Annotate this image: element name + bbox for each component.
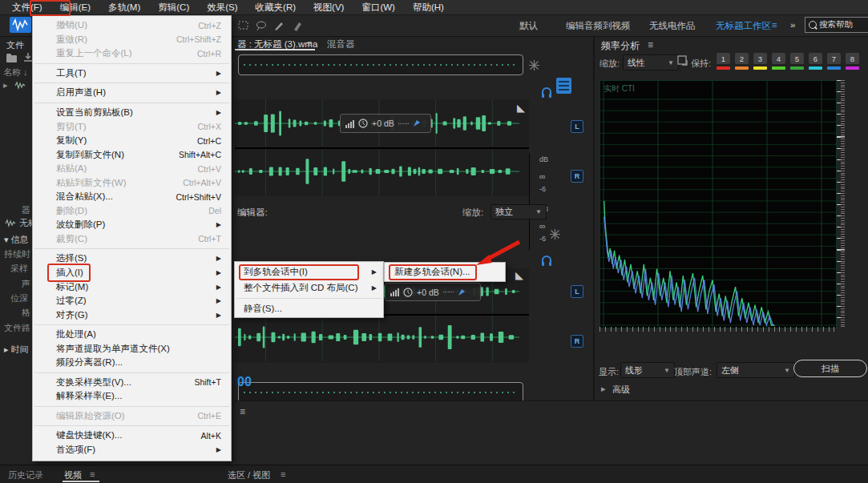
edit-menu-item-31[interactable]: 解释采样率(E)... — [33, 389, 231, 404]
edit-menu-item-15[interactable]: 混合粘贴(X)...Ctrl+Shift+V — [33, 190, 231, 204]
time-section-header[interactable]: ▸ 时间 — [4, 344, 29, 356]
corner-triangle-icon[interactable]: ◣ — [515, 270, 523, 280]
file-row-expander-icon[interactable]: ▸ — [3, 80, 8, 91]
hold-button-5[interactable]: 5 — [790, 53, 804, 64]
workspace-preset-edit-audio-to-video[interactable]: 编辑音频到视频 — [566, 20, 631, 32]
insert-submenu-item-2[interactable]: 整个文件插入到 CD 布局(C)▶ — [235, 280, 383, 296]
settings-star-icon[interactable] — [549, 228, 561, 240]
video-panel-tab[interactable]: 视频 — [64, 469, 82, 481]
volume-hud[interactable]: +0 dB — [340, 114, 431, 133]
advanced-expander-icon[interactable]: ▸ — [601, 384, 606, 394]
workspace-active-untitled[interactable]: 无标题工作区 — [716, 20, 771, 32]
workspace-preset-radio[interactable]: 无线电作品 — [649, 20, 696, 32]
selection-view-panel-tab[interactable]: 选区 / 视图 — [228, 469, 270, 481]
menubar-item-3[interactable]: 多轨(M) — [99, 0, 149, 14]
right-channel-badge[interactable]: R — [571, 170, 583, 183]
edit-menu-item-36[interactable]: 首选项(F)▶ — [33, 443, 231, 457]
waveform-view-button[interactable] — [10, 17, 31, 33]
edit-menu-item-12[interactable]: 复制到新文件(N)Shift+Alt+C — [33, 147, 231, 162]
marquee-selection-tool-icon[interactable] — [237, 19, 250, 32]
hud-gain-value[interactable]: +0 dB — [372, 119, 394, 128]
display-select[interactable]: 线形▼ — [620, 362, 675, 378]
zoom-mode-select[interactable]: 独立▼ — [491, 204, 547, 219]
menubar-item-6[interactable]: 收藏夹(R) — [247, 0, 305, 14]
zoom-navigator-strip[interactable] — [238, 54, 523, 75]
volume-hud-2[interactable]: +0 dB — [385, 283, 481, 301]
edit-menu-item-14[interactable]: 粘贴到新文件(W)Ctrl+Alt+V — [33, 175, 231, 190]
spot-healing-brush-tool-icon[interactable] — [290, 19, 303, 32]
freq-panel-menu-icon[interactable]: ≡ — [648, 39, 653, 50]
top-channel-select[interactable]: 左侧▼ — [717, 362, 795, 378]
video-panel-menu-icon[interactable]: ≡ — [90, 469, 95, 479]
copy-snapshot-icon[interactable] — [677, 55, 690, 68]
workspace-menu-icon[interactable]: ≡ — [772, 20, 777, 30]
edit-menu-item-1[interactable]: 撤销(U)Ctrl+Z — [33, 18, 231, 33]
edit-menu-item-7[interactable]: 启用声道(H)▶ — [33, 86, 231, 100]
selection-view-menu-icon[interactable]: ≡ — [281, 469, 285, 479]
corner-triangle-icon[interactable]: ◣ — [517, 103, 525, 113]
menubar-item-7[interactable]: 视图(V) — [305, 0, 353, 14]
edit-menu-item-28[interactable]: 频段分离器(R)... — [33, 356, 231, 370]
edit-menu-item-27[interactable]: 将声道提取为单声道文件(X) — [33, 341, 231, 356]
advanced-section-label[interactable]: 高级 — [612, 384, 630, 396]
hold-button-8[interactable]: 8 — [846, 53, 859, 64]
edit-menu-item-3[interactable]: 重复上一个命令(L)Ctrl+R — [33, 46, 231, 61]
files-name-column-header[interactable]: 名称 ↓ — [3, 66, 28, 78]
edit-menu-item-30[interactable]: 变换采样类型(V)...Shift+T — [33, 376, 231, 390]
edit-menu-item-2[interactable]: 重做(R)Ctrl+Shift+Z — [33, 33, 231, 47]
edit-menu-item-16[interactable]: 删除(D)Del — [33, 204, 231, 219]
edit-menu-item-17[interactable]: 波纹删除(P)▶ — [33, 218, 231, 232]
edit-menu-item-24[interactable]: 对齐(G)▶ — [33, 308, 231, 322]
menubar-item-5[interactable]: 效果(S) — [198, 0, 246, 14]
edit-menu-item-33[interactable]: 编辑原始资源(O)Ctrl+E — [33, 409, 231, 424]
scan-button[interactable]: 扫描 — [793, 360, 867, 377]
edit-menu-item-23[interactable]: 过零(Z)▶ — [33, 294, 231, 308]
panel-menu-icon[interactable]: ≡ — [240, 406, 245, 417]
hold-button-6[interactable]: 6 — [809, 53, 822, 64]
edit-menu-item-10[interactable]: 剪切(T)Ctrl+X — [33, 119, 231, 134]
hold-button-4[interactable]: 4 — [772, 53, 785, 64]
edit-menu-item-18[interactable]: 裁剪(C)Ctrl+T — [33, 232, 231, 247]
history-panel-tab[interactable]: 历史记录 — [8, 469, 43, 481]
files-panel-tab[interactable]: 文件 — [6, 39, 24, 51]
hud-gain-value[interactable]: +0 dB — [417, 288, 439, 297]
menubar-item-8[interactable]: 窗口(W) — [353, 0, 404, 14]
left-channel-badge[interactable]: L — [571, 285, 583, 298]
panel-tab-fragment[interactable]: 器 — [22, 204, 30, 216]
paintbrush-tool-icon[interactable] — [273, 19, 285, 32]
right-channel-badge[interactable]: R — [571, 335, 583, 348]
edit-menu-item-21[interactable]: 插入(I)▶ — [33, 266, 231, 280]
edit-menu-item-26[interactable]: 批处理(A) — [33, 328, 231, 342]
hold-button-7[interactable]: 7 — [827, 53, 841, 64]
insert-submenu-item-4[interactable]: 静音(S)... — [235, 301, 383, 317]
mixer-tab[interactable]: 混音器 — [327, 38, 355, 50]
menubar-item-9[interactable]: 帮助(H) — [404, 0, 453, 14]
open-folder-icon[interactable] — [6, 55, 17, 62]
edit-menu-item-9[interactable]: 设置当前剪贴板(B)▶ — [33, 106, 231, 120]
left-channel-badge[interactable]: L — [571, 120, 583, 133]
edit-menu-item-11[interactable]: 复制(Y)Ctrl+C — [33, 134, 231, 148]
headphone-monitor-icon[interactable] — [540, 254, 553, 267]
workspace-preset-default[interactable]: 默认 — [519, 20, 538, 32]
hold-button-2[interactable]: 2 — [735, 53, 749, 64]
lasso-selection-tool-icon[interactable] — [255, 19, 268, 32]
editor-layout-toggle-icon[interactable] — [556, 78, 571, 94]
search-help-box[interactable]: 搜索帮助 — [805, 17, 868, 33]
hud-slider-track[interactable] — [398, 123, 409, 124]
menubar-item-4[interactable]: 剪辑(C) — [149, 0, 198, 14]
hud-slider-track[interactable] — [443, 292, 454, 292]
settings-star-icon[interactable] — [528, 59, 540, 71]
edit-menu-item-22[interactable]: 标记(M)▶ — [33, 280, 231, 294]
scale-select[interactable]: 线性▼ — [623, 54, 679, 70]
edit-menu-item-35[interactable]: 键盘快捷键(K)...Alt+K — [33, 429, 231, 443]
insert-submenu-item-1[interactable]: 到多轨会话中(I)▶ — [235, 264, 383, 280]
frequency-chart[interactable] — [600, 80, 837, 328]
workspace-overflow-icon[interactable]: » — [790, 20, 795, 30]
edit-menu-item-13[interactable]: 粘贴(A)Ctrl+V — [33, 162, 231, 176]
editor-tab-menu-icon[interactable]: ≡ — [307, 38, 313, 48]
pin-hud-icon[interactable] — [458, 288, 466, 296]
info-section-header[interactable]: ▾ 信息 — [4, 234, 29, 246]
headphone-monitor-icon[interactable] — [540, 86, 553, 99]
edit-menu-item-5[interactable]: 工具(T)▶ — [33, 66, 231, 81]
hold-button-1[interactable]: 1 — [717, 53, 730, 64]
